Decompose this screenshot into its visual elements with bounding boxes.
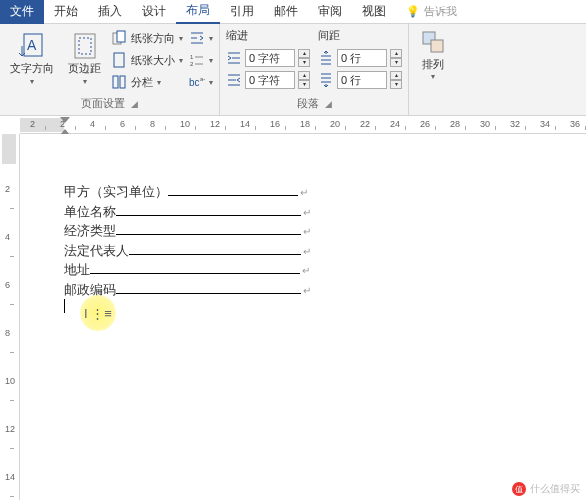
field-label: 单位名称: [64, 202, 116, 222]
doc-line-2[interactable]: 单位名称↵: [64, 202, 586, 222]
tab-insert[interactable]: 插入: [88, 0, 132, 24]
return-mark-icon: ↵: [300, 185, 308, 200]
field-underline: [116, 281, 301, 294]
size-label: 纸张大小: [131, 53, 175, 68]
spin-down[interactable]: ▾: [390, 80, 402, 89]
tab-home[interactable]: 开始: [44, 0, 88, 24]
group-paragraph: 缩进 0 字符 ▴▾ 0 字符 ▴▾ 间距 0 行 ▴▾: [220, 24, 409, 115]
spin-down[interactable]: ▾: [298, 58, 310, 67]
doc-line-5[interactable]: 地址↵: [64, 260, 586, 280]
orientation-label: 纸张方向: [131, 31, 175, 46]
horizontal-ruler[interactable]: 224681012141618202224262830323436: [20, 116, 586, 134]
columns-button[interactable]: 分栏 ▾: [111, 72, 183, 92]
svg-text:bc: bc: [189, 77, 200, 88]
svg-rect-3: [79, 38, 91, 54]
margins-button[interactable]: 页边距 ▾: [64, 26, 105, 92]
watermark-logo-icon: 值: [512, 482, 526, 496]
doc-line-1[interactable]: 甲方（实习单位）↵: [64, 182, 586, 202]
dialog-launcher-icon[interactable]: ◢: [325, 99, 332, 109]
tab-design[interactable]: 设计: [132, 0, 176, 24]
tab-file[interactable]: 文件: [0, 0, 44, 24]
paragraph-label: 段落: [297, 96, 319, 111]
chevron-down-icon: ▾: [179, 34, 183, 43]
indent-right-input[interactable]: 0 字符: [245, 71, 295, 89]
return-mark-icon: ↵: [303, 283, 311, 298]
svg-rect-7: [113, 76, 118, 88]
ribbon-tabs: 文件 开始 插入 设计 布局 引用 邮件 审阅 视图 💡 告诉我: [0, 0, 586, 24]
text-direction-button[interactable]: A 文字方向 ▾: [6, 26, 58, 92]
chevron-down-icon: ▾: [30, 77, 34, 86]
chevron-down-icon: ▾: [209, 78, 213, 87]
margins-label: 页边距: [68, 62, 101, 74]
tab-references[interactable]: 引用: [220, 0, 264, 24]
spacing-before-input[interactable]: 0 行: [337, 49, 387, 67]
spacing-after-input[interactable]: 0 行: [337, 71, 387, 89]
chevron-down-icon: ▾: [209, 56, 213, 65]
spin-up[interactable]: ▴: [390, 71, 402, 80]
doc-cursor-line[interactable]: [64, 299, 586, 313]
page-setup-label: 页面设置: [81, 96, 125, 111]
group-arrange: 排列 ▾: [409, 24, 457, 115]
return-mark-icon: ↵: [302, 263, 310, 278]
spin-down[interactable]: ▾: [390, 58, 402, 67]
spacing-after-row: 0 行 ▴▾: [318, 69, 402, 91]
tab-mailings[interactable]: 邮件: [264, 0, 308, 24]
indent-header: 缩进: [226, 26, 310, 47]
svg-text:2: 2: [190, 61, 194, 67]
margins-icon: [71, 32, 99, 60]
text-cursor: [64, 299, 65, 313]
columns-label: 分栏: [131, 75, 153, 90]
spin-up[interactable]: ▴: [298, 49, 310, 58]
svg-rect-14: [431, 40, 443, 52]
field-label: 法定代表人: [64, 241, 129, 261]
line-numbers-button[interactable]: 12▾: [189, 50, 213, 70]
spin-up[interactable]: ▴: [298, 71, 310, 80]
doc-line-6[interactable]: 邮政编码↵: [64, 280, 586, 300]
line-numbers-icon: 12: [189, 52, 205, 68]
field-label: 地址: [64, 260, 90, 280]
field-underline: [129, 242, 301, 255]
svg-text:1: 1: [190, 54, 194, 60]
tell-me[interactable]: 💡 告诉我: [396, 0, 467, 24]
field-label: 邮政编码: [64, 280, 116, 300]
chevron-down-icon: ▾: [83, 77, 87, 86]
vertical-ruler[interactable]: 2468101214: [0, 134, 20, 500]
group-page-setup: A 文字方向 ▾ 页边距 ▾ 纸张方向 ▾ 纸: [0, 24, 220, 115]
breaks-button[interactable]: ▾: [189, 28, 213, 48]
field-label: 经济类型: [64, 221, 116, 241]
indent-left-row: 0 字符 ▴▾: [226, 47, 310, 69]
return-mark-icon: ↵: [303, 205, 311, 220]
tab-view[interactable]: 视图: [352, 0, 396, 24]
spacing-before-row: 0 行 ▴▾: [318, 47, 402, 69]
doc-line-4[interactable]: 法定代表人↵: [64, 241, 586, 261]
field-underline: [116, 222, 301, 235]
field-label: 甲方（实习单位）: [64, 182, 168, 202]
indent-right-icon: [226, 72, 242, 88]
tab-review[interactable]: 审阅: [308, 0, 352, 24]
tell-me-label: 告诉我: [424, 4, 457, 19]
arrange-label: 排列: [422, 58, 444, 70]
field-underline: [168, 183, 298, 196]
svg-text:A: A: [27, 37, 37, 53]
field-underline: [116, 203, 301, 216]
hyphenation-icon: bca-: [189, 74, 205, 90]
size-button[interactable]: 纸张大小 ▾: [111, 50, 183, 70]
svg-rect-8: [120, 76, 125, 88]
document-page[interactable]: 甲方（实习单位）↵ 单位名称↵ 经济类型↵ 法定代表人↵ 地址↵ 邮政编码↵: [20, 134, 586, 500]
watermark-text: 什么值得买: [530, 482, 580, 496]
bulb-icon: 💡: [406, 5, 420, 18]
arrange-button[interactable]: 排列 ▾: [415, 26, 451, 83]
orientation-button[interactable]: 纸张方向 ▾: [111, 28, 183, 48]
dialog-launcher-icon[interactable]: ◢: [131, 99, 138, 109]
spacing-header: 间距: [318, 26, 402, 47]
tab-layout[interactable]: 布局: [176, 0, 220, 24]
spin-up[interactable]: ▴: [390, 49, 402, 58]
indent-left-input[interactable]: 0 字符: [245, 49, 295, 67]
text-direction-label: 文字方向: [10, 62, 54, 74]
chevron-down-icon: ▾: [179, 56, 183, 65]
doc-line-3[interactable]: 经济类型↵: [64, 221, 586, 241]
spin-down[interactable]: ▾: [298, 80, 310, 89]
svg-rect-6: [114, 53, 124, 67]
ribbon: A 文字方向 ▾ 页边距 ▾ 纸张方向 ▾ 纸: [0, 24, 586, 116]
hyphenation-button[interactable]: bca-▾: [189, 72, 213, 92]
